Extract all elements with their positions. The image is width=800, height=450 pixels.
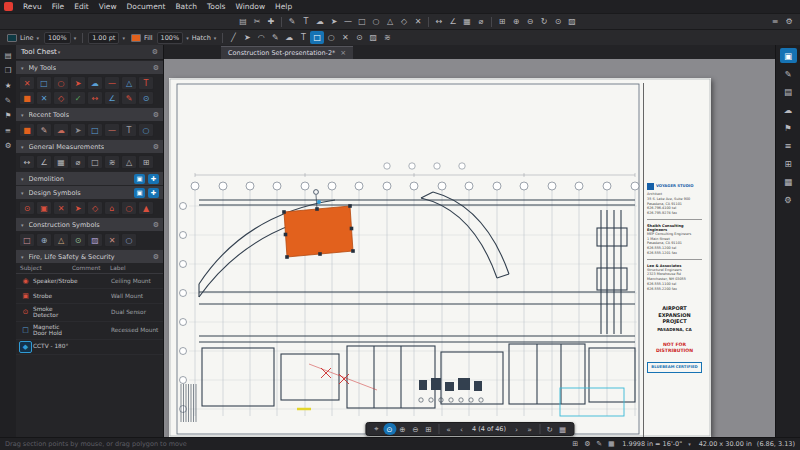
panel-tab-icon[interactable]: ☁: [780, 102, 797, 117]
shape-tool-icon[interactable]: ○: [324, 31, 338, 44]
gear-icon[interactable]: ⚙: [152, 48, 158, 56]
menu-item[interactable]: Window: [231, 2, 271, 11]
tool-item[interactable]: □: [87, 123, 103, 137]
markup-tool-icon[interactable]: ◇: [397, 15, 411, 28]
revu-logo-icon[interactable]: [4, 2, 13, 11]
panel-tab-icon[interactable]: ▣: [780, 48, 797, 63]
tool-chest-header[interactable]: Tool Chest ▾ ⚙: [16, 45, 163, 60]
section-header-recent-tools[interactable]: ▾ Recent Tools ⚙: [16, 108, 163, 121]
fire-tool-row[interactable]: ◆ CCTV - 180°: [16, 340, 163, 355]
tool-item[interactable]: ⌂: [104, 201, 120, 215]
view-tool-icon[interactable]: ⊕: [509, 15, 523, 28]
view-tool-icon[interactable]: ⊙: [551, 15, 565, 28]
panel-tab-icon[interactable]: ▤: [780, 84, 797, 99]
tool-item[interactable]: ▣: [36, 201, 52, 215]
status-tool-icon[interactable]: ▦: [605, 439, 617, 450]
rotate-handle[interactable]: [314, 190, 319, 195]
panel-tab-icon[interactable]: ✎: [2, 94, 15, 106]
detail-view-icon[interactable]: ▣: [134, 174, 145, 184]
gear-icon[interactable]: ⚙: [153, 221, 159, 229]
markup-tool-icon[interactable]: △: [383, 15, 397, 28]
chevron-down-icon[interactable]: ▾: [74, 35, 77, 41]
fill-opacity-select[interactable]: 100%: [157, 32, 184, 44]
close-tab-icon[interactable]: ×: [340, 49, 346, 57]
gear-icon[interactable]: ⚙: [153, 64, 159, 72]
tool-item[interactable]: ☁: [87, 76, 103, 90]
tool-item[interactable]: ■: [19, 123, 35, 137]
tool-item[interactable]: —: [104, 76, 120, 90]
measure-tool-icon[interactable]: ⌀: [474, 15, 488, 28]
fire-tool-icon[interactable]: ◉: [20, 276, 31, 286]
tool-item[interactable]: ⊙: [70, 233, 86, 247]
menu-item[interactable]: Revu: [18, 2, 47, 11]
tool-item[interactable]: ✓: [70, 91, 86, 105]
nav-tool-icon[interactable]: ▦: [556, 423, 569, 435]
shape-tool-icon[interactable]: ✎: [268, 31, 282, 44]
shape-tool-icon[interactable]: □: [310, 31, 324, 44]
tool-item[interactable]: T: [138, 76, 154, 90]
toolbar-icon[interactable]: ≡: [768, 15, 782, 28]
fill-color-swatch[interactable]: [131, 34, 141, 42]
markup-tool-icon[interactable]: ☁: [313, 15, 327, 28]
first-page-button[interactable]: «: [442, 423, 455, 435]
tool-item[interactable]: △: [121, 76, 137, 90]
chevron-down-icon[interactable]: ▾: [122, 35, 125, 41]
shape-tool-icon[interactable]: ☁: [282, 31, 296, 44]
status-tool-icon[interactable]: ✎: [593, 439, 605, 450]
chevron-down-icon[interactable]: ▾: [58, 49, 61, 55]
section-header-my-tools[interactable]: ▾ My Tools ⚙: [16, 61, 163, 74]
toolbar-icon[interactable]: ✚: [264, 15, 278, 28]
shape-tool-icon[interactable]: ✕: [338, 31, 352, 44]
section-header-design-symbols[interactable]: ▾ Design Symbols ▣ ✚: [16, 186, 163, 199]
column-header[interactable]: Comment: [72, 265, 110, 271]
nav-tool-icon[interactable]: ⊞: [422, 423, 435, 435]
panel-tab-icon[interactable]: ❒: [2, 64, 15, 76]
menu-item[interactable]: View: [94, 2, 122, 11]
nav-tool-icon[interactable]: ↻: [543, 423, 556, 435]
menu-item[interactable]: Document: [122, 2, 171, 11]
add-tool-icon[interactable]: ✚: [148, 188, 159, 198]
previous-page-button[interactable]: ‹: [455, 423, 468, 435]
document-tab[interactable]: Construction Set-presentation-2* ×: [221, 46, 353, 59]
tool-item[interactable]: △: [121, 155, 137, 169]
tool-item[interactable]: ⊙: [19, 201, 35, 215]
menu-item[interactable]: Batch: [170, 2, 202, 11]
tool-item[interactable]: ⌀: [70, 155, 86, 169]
markup-tool-icon[interactable]: □: [355, 15, 369, 28]
tool-item[interactable]: ⊕: [36, 233, 52, 247]
tool-item[interactable]: ✕: [104, 233, 120, 247]
panel-tab-icon[interactable]: ≡: [780, 138, 797, 153]
panel-tab-icon[interactable]: ⚙: [780, 192, 797, 207]
tool-item[interactable]: ⊞: [138, 155, 154, 169]
tool-item[interactable]: ○: [138, 123, 154, 137]
add-tool-icon[interactable]: ✚: [148, 174, 159, 184]
view-tool-icon[interactable]: ⊖: [523, 15, 537, 28]
tool-item[interactable]: ▨: [87, 233, 103, 247]
tool-item[interactable]: ○: [53, 76, 69, 90]
shape-tool-icon[interactable]: ◠: [254, 31, 268, 44]
tool-item[interactable]: ⊙: [138, 91, 154, 105]
status-tool-icon[interactable]: ⊞: [569, 439, 581, 450]
tool-item[interactable]: ✕: [53, 201, 69, 215]
view-tool-icon[interactable]: ⊞: [495, 15, 509, 28]
toolbar-icon[interactable]: ✂: [250, 15, 264, 28]
nav-tool-icon[interactable]: ⌖: [370, 423, 383, 435]
tool-item[interactable]: □: [36, 76, 52, 90]
gear-icon[interactable]: ⚙: [153, 111, 159, 119]
menu-item[interactable]: Edit: [69, 2, 94, 11]
panel-tab-icon[interactable]: ⊞: [780, 156, 797, 171]
tool-item[interactable]: ◇: [87, 201, 103, 215]
tool-item[interactable]: ◇: [53, 91, 69, 105]
fire-tool-row[interactable]: ⊙ Smoke Detector Dual Sensor: [16, 304, 163, 322]
panel-tab-icon[interactable]: ⚑: [780, 120, 797, 135]
tool-item[interactable]: ∠: [36, 155, 52, 169]
panel-tab-icon[interactable]: ≡: [2, 124, 15, 136]
shape-tool-icon[interactable]: ⊙: [352, 31, 366, 44]
panel-tab-icon[interactable]: ▤: [2, 49, 15, 61]
tool-item[interactable]: ☁: [53, 123, 69, 137]
toolbar-icon[interactable]: ⚙: [782, 15, 796, 28]
column-header[interactable]: Subject: [20, 265, 72, 271]
section-header-general-measurements[interactable]: ▾ General Measurements ⚙: [16, 140, 163, 153]
shape-tool-icon[interactable]: ≋: [380, 31, 394, 44]
tool-item[interactable]: ✎: [121, 91, 137, 105]
